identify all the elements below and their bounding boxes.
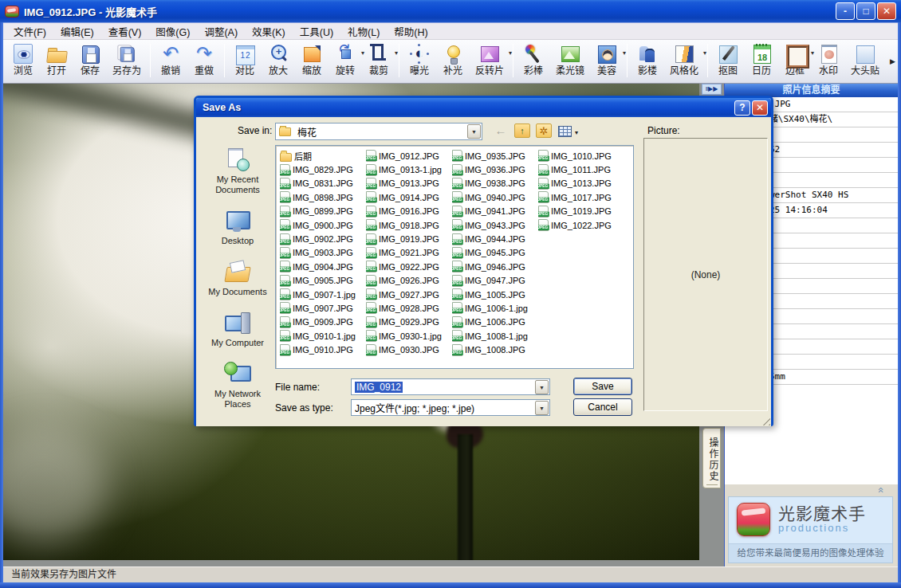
file-item[interactable]: IMG_0928.JPG <box>366 301 452 315</box>
file-item[interactable]: IMG_0902.JPG <box>280 232 366 245</box>
file-item[interactable]: IMG_0944.JPG <box>452 232 538 245</box>
view-menu-icon[interactable] <box>557 123 578 138</box>
toolbar-button-compare[interactable]: 对比 <box>228 42 262 78</box>
file-item[interactable]: IMG_0927.JPG <box>366 288 452 301</box>
toolbar-button-soft-focus[interactable]: 柔光镜 <box>550 42 590 78</box>
toolbar-button-cutout[interactable]: 抠图 <box>711 42 745 78</box>
file-item[interactable]: IMG_0930-1.jpg <box>366 329 452 343</box>
toolbar-button-stylize[interactable]: 风格化▾ <box>664 42 704 78</box>
file-item[interactable]: IMG_0935.JPG <box>452 149 538 163</box>
file-item[interactable]: IMG_0936.JPG <box>452 163 538 176</box>
minimize-button[interactable]: - <box>836 2 855 20</box>
toolbar-button-exposure[interactable]: 曝光 <box>403 42 436 78</box>
file-item[interactable]: IMG_1019.JPG <box>538 205 624 218</box>
dropdown-arrow-icon[interactable]: ▾ <box>395 49 398 57</box>
collapse-banner-icon[interactable]: « <box>875 487 885 492</box>
file-item[interactable]: IMG_0912.JPG <box>366 149 452 163</box>
file-item[interactable]: IMG_0898.JPG <box>280 190 366 204</box>
menu-item[interactable]: 文件(F) <box>6 22 53 41</box>
file-item[interactable]: IMG_0910.JPG <box>280 343 366 356</box>
toolbar-button-save-floppy[interactable]: 保存 <box>73 42 107 78</box>
tab-history[interactable]: 操作历史 <box>702 428 721 488</box>
file-item[interactable]: IMG_0914.JPG <box>366 190 452 204</box>
file-item[interactable]: IMG_1006.JPG <box>452 316 538 329</box>
toolbar-button-frame[interactable]: 边框▾ <box>778 42 812 78</box>
save-as-type-dropdown-icon[interactable]: ▼ <box>535 401 549 415</box>
toolbar-button-color-wand[interactable]: 彩棒 <box>517 42 550 78</box>
cancel-button[interactable]: Cancel <box>573 398 632 416</box>
dropdown-arrow-icon[interactable]: ▾ <box>703 49 706 57</box>
toolbar-overflow-arrow-icon[interactable]: ▶ <box>890 57 895 65</box>
file-item[interactable]: IMG_0913-1.jpg <box>366 163 452 176</box>
file-item[interactable]: IMG_0910-1.jpg <box>280 329 366 343</box>
file-item[interactable]: IMG_0916.JPG <box>366 205 452 218</box>
file-item[interactable]: IMG_0829.JPG <box>280 163 366 176</box>
file-list[interactable]: 后期IMG_0829.JPGIMG_0831.JPGIMG_0898.JPGIM… <box>275 145 634 369</box>
file-item[interactable]: IMG_0945.JPG <box>452 246 538 260</box>
file-item[interactable]: IMG_1010.JPG <box>538 149 624 163</box>
file-item[interactable]: IMG_0938.JPG <box>452 177 538 190</box>
toolbar-button-browse-eye[interactable]: 浏览 <box>6 42 40 78</box>
save-in-dropdown-icon[interactable]: ▼ <box>467 124 481 139</box>
save-in-combobox[interactable]: 梅花 ▼ <box>275 123 482 140</box>
place-item-desktop[interactable]: Desktop <box>222 209 254 246</box>
file-item[interactable]: IMG_0904.JPG <box>280 260 366 273</box>
toolbar-button-calendar[interactable]: 日历 <box>745 42 778 78</box>
brand-banner[interactable]: 光影魔术手 productions 给您带来最简便易用的图像处理体验 <box>728 496 893 563</box>
menu-item[interactable]: 编辑(E) <box>53 22 101 41</box>
toolbar-button-open-folder[interactable]: 打开 <box>40 42 73 78</box>
place-item-recent-documents[interactable]: My Recent Documents <box>201 147 274 195</box>
file-name-input[interactable]: IMG_0912 ▼ <box>351 378 550 395</box>
menu-item[interactable]: 效果(K) <box>245 22 293 41</box>
back-icon[interactable]: ← <box>493 123 509 138</box>
toolbar-button-undo-arrow[interactable]: 撤销 <box>154 42 187 78</box>
file-item[interactable]: IMG_0940.JPG <box>452 190 538 204</box>
up-one-level-icon[interactable]: ↑ <box>514 123 530 138</box>
dialog-title-bar[interactable]: Save As ? ✕ <box>196 98 771 117</box>
toolbar-button-fill-light[interactable]: 补光 <box>436 42 470 78</box>
toolbar-button-rotate[interactable]: 旋转▾ <box>329 42 362 78</box>
file-item[interactable]: IMG_1008-1.jpg <box>452 329 538 343</box>
file-item[interactable]: IMG_1022.JPG <box>538 218 624 232</box>
file-item[interactable]: IMG_0922.JPG <box>366 260 452 273</box>
dropdown-arrow-icon[interactable]: ▾ <box>509 49 512 57</box>
file-item[interactable]: IMG_1011.JPG <box>538 163 624 176</box>
file-item[interactable]: IMG_0929.JPG <box>366 316 452 329</box>
menu-item[interactable]: 调整(A) <box>197 22 245 41</box>
save-button[interactable]: Save <box>573 378 632 395</box>
dialog-close-button[interactable]: ✕ <box>752 100 768 116</box>
place-item-my-documents[interactable]: My Documents <box>208 260 266 297</box>
dialog-resize-grip[interactable] <box>760 415 770 425</box>
file-item[interactable]: IMG_0918.JPG <box>366 218 452 232</box>
file-item[interactable]: IMG_0905.JPG <box>280 274 366 288</box>
file-item[interactable]: IMG_0899.JPG <box>280 205 366 218</box>
dialog-help-button[interactable]: ? <box>734 100 750 116</box>
file-item[interactable]: IMG_0831.JPG <box>280 177 366 190</box>
maximize-button[interactable]: □ <box>856 2 875 20</box>
file-item[interactable]: IMG_0900.JPG <box>280 218 366 232</box>
dropdown-arrow-icon[interactable]: ▾ <box>623 49 626 57</box>
file-item[interactable]: IMG_0913.JPG <box>366 177 452 190</box>
file-item[interactable]: IMG_0907.JPG <box>280 301 366 315</box>
file-item[interactable]: 后期 <box>280 149 366 163</box>
toolbar-button-watermark[interactable]: 水印 <box>812 42 845 78</box>
toolbar-button-clipped[interactable]: 大头贴 <box>845 42 885 78</box>
menu-item[interactable]: 图像(G) <box>148 22 197 41</box>
toolbar-button-zoom-in[interactable]: 放大 <box>262 42 295 78</box>
file-item[interactable]: IMG_0907-1.jpg <box>280 288 366 301</box>
panel-toggle-button[interactable]: ‖▶▶ <box>702 84 722 95</box>
file-item[interactable]: IMG_0903.JPG <box>280 246 366 260</box>
file-item[interactable]: IMG_0909.JPG <box>280 316 366 329</box>
file-item[interactable]: IMG_0941.JPG <box>452 205 538 218</box>
file-item[interactable]: IMG_0921.JPG <box>366 246 452 260</box>
file-item[interactable]: IMG_1013.JPG <box>538 177 624 190</box>
menu-item[interactable]: 礼物(L) <box>340 22 387 41</box>
toolbar-button-studio[interactable]: 影楼 <box>631 42 664 78</box>
menu-item[interactable]: 帮助(H) <box>387 22 435 41</box>
file-item[interactable]: IMG_0930.JPG <box>366 343 452 356</box>
menu-item[interactable]: 工具(U) <box>293 22 340 41</box>
file-item[interactable]: IMG_0947.JPG <box>452 274 538 288</box>
toolbar-button-beauty[interactable]: 美容▾ <box>590 42 624 78</box>
toolbar-button-crop[interactable]: 裁剪▾ <box>362 42 395 78</box>
menu-item[interactable]: 查看(V) <box>101 22 149 41</box>
